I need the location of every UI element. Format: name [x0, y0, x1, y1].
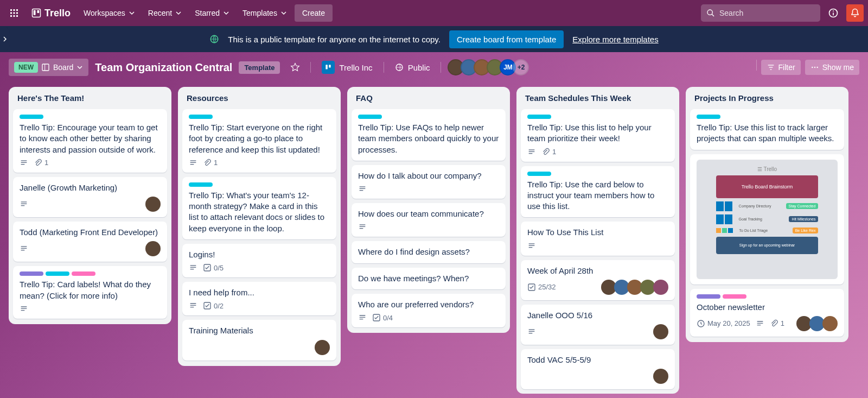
- board-canvas[interactable]: Here's The Team!Trello Tip: Encourage yo…: [0, 83, 868, 397]
- card-labels[interactable]: [697, 115, 838, 119]
- divider: [441, 62, 441, 73]
- label-cyan[interactable]: [189, 182, 213, 187]
- nav-recent[interactable]: Recent: [143, 4, 187, 22]
- create-from-template-button[interactable]: Create board from template: [449, 30, 564, 48]
- card[interactable]: Trello Tip: Card labels! What do they me…: [13, 266, 167, 319]
- label-purple[interactable]: [20, 271, 43, 276]
- svg-rect-20: [326, 65, 328, 69]
- card-members[interactable]: [145, 241, 161, 256]
- card-members[interactable]: [315, 340, 330, 355]
- card-badges: 25/32: [527, 280, 668, 295]
- card-text: Who are our preferred vendors?: [358, 299, 499, 310]
- card-members[interactable]: [653, 369, 668, 384]
- card-members[interactable]: [145, 197, 161, 212]
- filter-button[interactable]: Filter: [761, 60, 801, 75]
- avatar[interactable]: [653, 324, 668, 339]
- search-box[interactable]: [701, 4, 820, 22]
- due-date-badge[interactable]: May 20, 2025: [697, 319, 750, 328]
- card-labels[interactable]: [20, 115, 161, 119]
- sidebar-expand[interactable]: [0, 26, 10, 52]
- label-pink[interactable]: [72, 271, 95, 276]
- card[interactable]: Training Materials: [182, 320, 336, 360]
- label-cyan[interactable]: [20, 115, 43, 119]
- board-members[interactable]: JM +2: [448, 59, 529, 75]
- card-labels[interactable]: [697, 294, 838, 299]
- card[interactable]: Trello Tip: What's your team's 12-month …: [182, 177, 336, 239]
- label-cyan[interactable]: [46, 271, 69, 276]
- card-labels[interactable]: [527, 172, 668, 176]
- label-cyan[interactable]: [527, 115, 551, 119]
- card-members[interactable]: [653, 324, 668, 339]
- list-title[interactable]: Resources: [182, 92, 336, 105]
- card[interactable]: How do I talk about our company?: [352, 165, 506, 199]
- label-pink[interactable]: [723, 294, 746, 299]
- nav-starred[interactable]: Starred: [189, 4, 235, 22]
- nav-templates[interactable]: Templates: [237, 4, 292, 22]
- svg-rect-10: [34, 10, 36, 15]
- apps-launcher[interactable]: [4, 4, 24, 22]
- notifications-button[interactable]: [846, 4, 864, 22]
- card[interactable]: How does our team communicate?: [352, 203, 506, 237]
- checklist-badge: 0/5: [203, 263, 224, 272]
- avatar[interactable]: [653, 369, 668, 384]
- workspace-link[interactable]: Trello Inc: [317, 59, 376, 76]
- label-cyan[interactable]: [527, 172, 551, 176]
- card-labels[interactable]: [20, 271, 161, 276]
- avatar[interactable]: [315, 340, 330, 355]
- card-labels[interactable]: [358, 115, 499, 119]
- search-input[interactable]: [719, 9, 815, 17]
- card-labels[interactable]: [189, 115, 330, 119]
- card[interactable]: Trello Tip: Use this list to help your t…: [521, 109, 675, 162]
- card-labels[interactable]: [527, 115, 668, 119]
- info-button[interactable]: [825, 4, 842, 22]
- label-purple[interactable]: [697, 294, 720, 299]
- avatar-overflow[interactable]: +2: [513, 59, 529, 75]
- list-title[interactable]: Team Schedules This Week: [521, 92, 675, 105]
- label-cyan[interactable]: [358, 115, 382, 119]
- card[interactable]: Trello Tip: Use FAQs to help newer team …: [352, 109, 506, 161]
- board-title[interactable]: Team Organization Central: [95, 61, 232, 74]
- list-title[interactable]: FAQ: [352, 92, 506, 105]
- card[interactable]: Todd VAC 5/5-5/9: [521, 349, 675, 389]
- label-cyan[interactable]: [697, 115, 720, 119]
- card[interactable]: Do we have meetings? When?: [352, 268, 506, 289]
- card[interactable]: Todd (Marketing Front End Developer): [13, 222, 167, 262]
- card[interactable]: I need help from...0/2: [182, 282, 336, 315]
- list-title[interactable]: Here's The Team!: [13, 92, 167, 105]
- show-menu-button[interactable]: Show me: [805, 60, 859, 75]
- label-cyan[interactable]: [189, 115, 213, 119]
- avatar[interactable]: [653, 280, 668, 295]
- card[interactable]: Logins!0/5: [182, 244, 336, 277]
- card[interactable]: October newsletterMay 20, 20251: [690, 289, 844, 337]
- card-labels[interactable]: [189, 182, 330, 187]
- card-members[interactable]: [796, 316, 838, 331]
- card[interactable]: Who are our preferred vendors?0/4: [352, 294, 506, 327]
- card[interactable]: Trello Tip: Start everyone on the right …: [182, 109, 336, 173]
- view-switcher[interactable]: NEW Board: [9, 59, 88, 76]
- card-text: Trello Tip: Start everyone on the right …: [189, 122, 330, 155]
- card[interactable]: How To Use This List: [521, 222, 675, 255]
- card-text: Trello Tip: Card labels! What do they me…: [20, 279, 161, 301]
- template-chip[interactable]: Template: [239, 61, 280, 74]
- visibility-button[interactable]: Public: [391, 61, 435, 74]
- avatar[interactable]: [145, 197, 161, 212]
- list-title[interactable]: Projects In Progress: [690, 92, 844, 105]
- nav-workspaces[interactable]: Workspaces: [78, 4, 141, 22]
- card[interactable]: Janelle (Growth Marketing): [13, 177, 167, 217]
- card[interactable]: Trello Tip: Encourage your team to get t…: [13, 109, 167, 173]
- trello-logo[interactable]: Trello: [26, 8, 76, 19]
- card[interactable]: Trello Tip: Use the card below to instru…: [521, 166, 675, 218]
- avatar[interactable]: [145, 241, 161, 256]
- card[interactable]: Where do I find design assets?: [352, 241, 506, 263]
- card-members[interactable]: [601, 280, 668, 295]
- card[interactable]: ☰ TrelloTrello Board BrainstormCompany D…: [690, 154, 844, 285]
- card[interactable]: Trello Tip: Use this list to track large…: [690, 109, 844, 150]
- create-button[interactable]: Create: [295, 4, 333, 22]
- globe-icon: [395, 63, 404, 72]
- star-button[interactable]: [286, 59, 304, 76]
- card-badges: 0/5: [189, 263, 330, 272]
- explore-templates-link[interactable]: Explore more templates: [572, 35, 658, 44]
- avatar[interactable]: [822, 316, 838, 331]
- card[interactable]: Week of April 28th25/32: [521, 260, 675, 300]
- card[interactable]: Janelle OOO 5/16: [521, 305, 675, 345]
